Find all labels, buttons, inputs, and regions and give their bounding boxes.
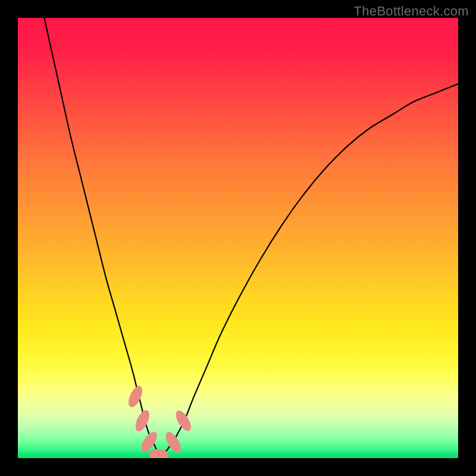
plot-area [18, 18, 458, 458]
nodule-1 [133, 408, 152, 433]
nodule-3 [149, 448, 169, 458]
nodule-5 [173, 408, 194, 433]
bottleneck-curve [44, 18, 458, 455]
nodule-0 [126, 384, 145, 409]
nodule-layer [126, 384, 194, 458]
chart-frame: TheBottleneck.com [0, 0, 476, 476]
curve-layer [18, 18, 458, 458]
watermark-text: TheBottleneck.com [354, 4, 469, 19]
